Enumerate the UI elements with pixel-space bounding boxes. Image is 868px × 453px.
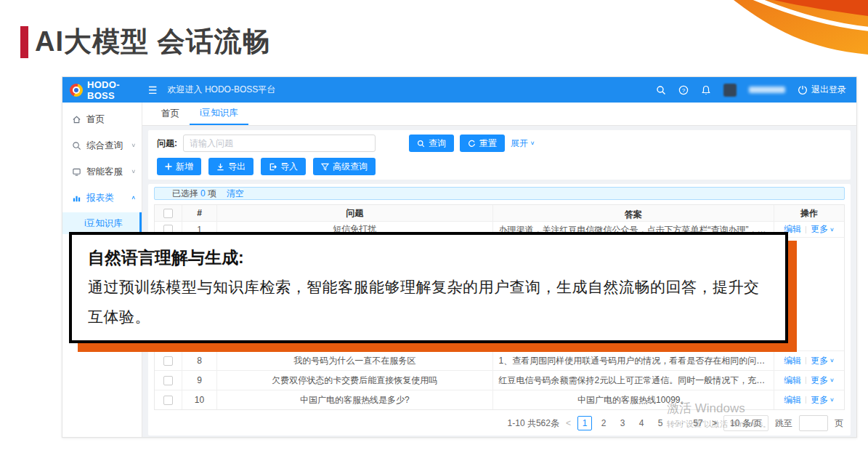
title-accent-bar bbox=[20, 26, 28, 58]
select-all-checkbox[interactable] bbox=[155, 205, 182, 221]
page-button-57[interactable]: 57 bbox=[691, 416, 705, 430]
sidebar-label: 综合查询 bbox=[86, 140, 123, 152]
help-icon[interactable]: ? bbox=[678, 85, 689, 95]
welcome-text: 欢迎进入 HODO-BOSS平台 bbox=[168, 84, 276, 96]
import-button[interactable]: 导入 bbox=[261, 158, 306, 175]
tab-home[interactable]: 首页 bbox=[151, 103, 190, 125]
chevron-down-icon: ∨ bbox=[530, 140, 535, 146]
edit-link[interactable]: 编辑 bbox=[784, 394, 801, 406]
callout-title: 自然语言理解与生成: bbox=[88, 246, 769, 269]
notification-bell-icon[interactable] bbox=[701, 85, 711, 95]
brand: HODO-BOSS bbox=[62, 79, 142, 101]
download-icon bbox=[216, 163, 224, 171]
row-question: 欠费双停状态的卡交费后能直接恢复使用吗 bbox=[217, 371, 493, 390]
app-header: HODO-BOSS ☰ 欢迎进入 HODO-BOSS平台 ? 退出登录 bbox=[62, 77, 856, 103]
row-index: 8 bbox=[182, 351, 217, 370]
sidebar-label: i豆知识库 bbox=[84, 217, 123, 230]
table-rows-bottom: 8我的号码为什么一直不在服务区1、查看周围同样使用联通号码用户的情况，看看是否存… bbox=[155, 350, 844, 409]
slide-title-block: AI大模型 会话流畅 bbox=[20, 23, 271, 60]
row-checkbox[interactable] bbox=[155, 390, 182, 409]
logout-button[interactable]: 退出登录 bbox=[798, 84, 846, 96]
svg-text:?: ? bbox=[682, 87, 686, 93]
jump-label: 跳至 bbox=[775, 417, 792, 430]
sidebar-item-query[interactable]: 综合查询 ∨ bbox=[62, 132, 142, 159]
user-avatar[interactable] bbox=[723, 84, 737, 97]
page-button-4[interactable]: 4 bbox=[634, 416, 649, 430]
edit-link[interactable]: 编辑 bbox=[784, 374, 801, 387]
page-title: AI大模型 会话流畅 bbox=[35, 23, 271, 60]
col-answer: 答案 bbox=[493, 205, 774, 221]
page-button-5[interactable]: 5 bbox=[653, 416, 668, 430]
chevron-down-icon: ∨ bbox=[131, 169, 136, 175]
pagination-pages: 12345···57 bbox=[577, 416, 705, 430]
question-input[interactable] bbox=[183, 135, 376, 152]
selection-info: 已选择0项 bbox=[172, 188, 216, 200]
jump-unit: 页 bbox=[835, 417, 843, 430]
search-panel: 问题: 查询 重置 展开∨ 新增 bbox=[148, 130, 851, 180]
brand-name: HODO-BOSS bbox=[87, 79, 142, 101]
sidebar-item-home[interactable]: 首页 bbox=[62, 106, 142, 132]
export-button[interactable]: 导出 bbox=[208, 158, 253, 175]
next-page-arrow[interactable]: > bbox=[712, 418, 717, 428]
row-actions: 编辑更多 ∨ bbox=[774, 371, 844, 390]
sidebar-item-knowledge-base[interactable]: i豆知识库 bbox=[62, 212, 142, 234]
query-button[interactable]: 查询 bbox=[409, 135, 454, 152]
tab-knowledge-base[interactable]: i豆知识库 bbox=[190, 103, 248, 125]
row-checkbox[interactable] bbox=[155, 371, 182, 390]
question-label: 问题: bbox=[157, 137, 177, 150]
chevron-down-icon: ∨ bbox=[830, 397, 835, 403]
username-redacted bbox=[749, 87, 785, 93]
page-ellipsis: ··· bbox=[672, 416, 686, 430]
search-icon[interactable] bbox=[656, 85, 666, 95]
filter-funnel-icon bbox=[321, 163, 329, 171]
toolbar: 新增 导出 导入 高级查询 bbox=[157, 158, 842, 175]
col-question: 问题 bbox=[217, 205, 493, 221]
clear-selection-link[interactable]: 清空 bbox=[227, 188, 244, 200]
row-checkbox[interactable] bbox=[155, 351, 182, 370]
home-icon bbox=[72, 115, 81, 124]
page-size-select[interactable]: 10 条/页 bbox=[723, 415, 768, 431]
tab-bar: 首页 i豆知识库 bbox=[142, 103, 856, 126]
selection-count: 0 bbox=[200, 188, 206, 199]
logout-label: 退出登录 bbox=[811, 84, 846, 96]
jump-page-input[interactable] bbox=[799, 415, 828, 431]
more-link[interactable]: 更多 ∨ bbox=[811, 223, 835, 236]
add-button[interactable]: 新增 bbox=[157, 158, 201, 175]
hodo-logo-icon bbox=[70, 84, 83, 97]
row-index: 9 bbox=[182, 371, 217, 390]
sidebar-item-reports[interactable]: 报表类 ∧ bbox=[62, 185, 142, 211]
col-index: # bbox=[182, 205, 217, 221]
page-button-1[interactable]: 1 bbox=[577, 416, 592, 430]
sidebar-label: 首页 bbox=[86, 113, 105, 126]
row-actions: 编辑更多 ∨ bbox=[774, 390, 844, 409]
sidebar-item-smart-service[interactable]: 智能客服 ∨ bbox=[62, 159, 142, 185]
table-row: 10中国广电的客服热线是多少?中国广电的客服热线10099。编辑更多 ∨ bbox=[155, 390, 844, 409]
import-icon bbox=[269, 163, 277, 171]
more-link[interactable]: 更多 ∨ bbox=[811, 355, 835, 367]
plus-icon bbox=[165, 163, 172, 170]
advanced-query-button[interactable]: 高级查询 bbox=[313, 158, 376, 175]
prev-page-arrow[interactable]: < bbox=[566, 418, 571, 428]
pagination-total: 1-10 共562条 bbox=[508, 417, 559, 430]
collapse-menu-icon[interactable]: ☰ bbox=[148, 85, 158, 95]
reset-button[interactable]: 重置 bbox=[460, 135, 505, 152]
table-header-row: # 问题 答案 操作 bbox=[155, 205, 844, 221]
row-answer: 红豆电信号码余额需保持2元以上可正常通信。同时一般情况下，充值话费后等待5分钟左… bbox=[493, 371, 774, 390]
search-icon bbox=[72, 141, 81, 151]
chevron-down-icon: ∨ bbox=[830, 377, 835, 383]
row-answer: 1、查看周围同样使用联通号码用户的情况，看看是否存在相同的问题，排除自身卡故障；… bbox=[493, 351, 774, 370]
page-button-3[interactable]: 3 bbox=[615, 416, 630, 430]
more-link[interactable]: 更多 ∨ bbox=[811, 374, 835, 387]
bar-chart-icon bbox=[72, 193, 81, 203]
table-row: 9欠费双停状态的卡交费后能直接恢复使用吗红豆电信号码余额需保持2元以上可正常通信… bbox=[155, 370, 844, 390]
table-row: 8我的号码为什么一直不在服务区1、查看周围同样使用联通号码用户的情况，看看是否存… bbox=[155, 350, 844, 370]
row-index: 10 bbox=[182, 390, 217, 409]
sidebar-label: 智能客服 bbox=[86, 166, 123, 178]
page-button-2[interactable]: 2 bbox=[596, 416, 611, 430]
more-link[interactable]: 更多 ∨ bbox=[811, 394, 835, 406]
corner-swoosh-decoration bbox=[650, 0, 868, 58]
row-question: 中国广电的客服热线是多少? bbox=[217, 390, 493, 409]
refresh-icon bbox=[468, 140, 476, 148]
expand-link[interactable]: 展开∨ bbox=[511, 137, 535, 150]
edit-link[interactable]: 编辑 bbox=[784, 355, 801, 367]
